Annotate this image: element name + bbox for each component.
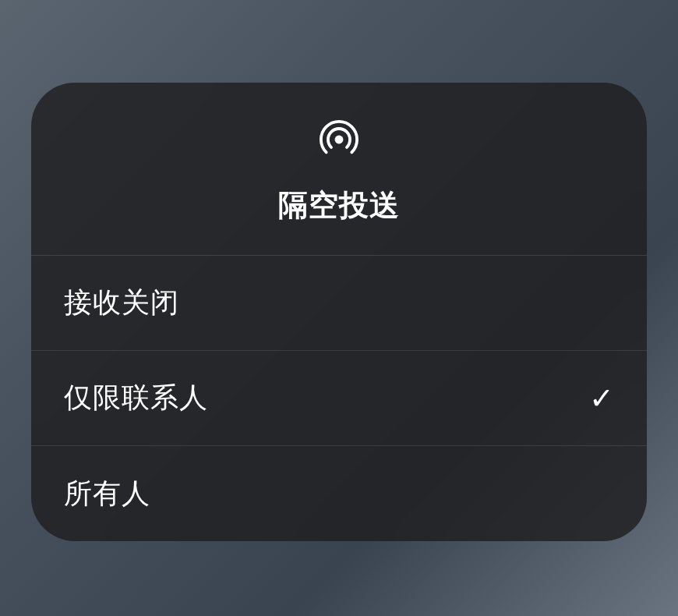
svg-point-0 [335,136,344,144]
airdrop-panel: 隔空投送 接收关闭 ✓ 仅限联系人 ✓ 所有人 ✓ [31,83,647,541]
option-label: 接收关闭 [64,284,179,322]
option-contacts-only[interactable]: 仅限联系人 ✓ [31,351,647,446]
option-everyone[interactable]: 所有人 ✓ [31,446,647,541]
option-label: 仅限联系人 [64,379,208,417]
checkmark-icon: ✓ [589,381,614,416]
panel-header: 隔空投送 [31,83,647,256]
option-label: 所有人 [64,475,150,513]
panel-title: 隔空投送 [278,186,400,225]
option-receiving-off[interactable]: 接收关闭 ✓ [31,256,647,351]
airdrop-icon [316,117,362,165]
